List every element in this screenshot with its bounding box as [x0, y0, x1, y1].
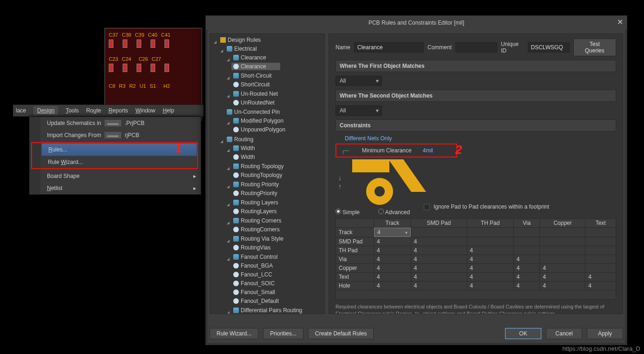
tree-layers-rule[interactable]: RoutingLayers	[231, 208, 278, 215]
grid-cell[interactable]: 4	[374, 273, 411, 282]
apply-button[interactable]: Apply	[587, 328, 623, 339]
grid-cell[interactable]: 4	[540, 264, 585, 273]
dialog-titlebar[interactable]: PCB Rules and Constraints Editor [mil] ✕	[206, 16, 627, 30]
grid-cell[interactable]	[513, 246, 539, 255]
tree-fanout-default[interactable]: Fanout_Default	[231, 297, 281, 305]
menu-rules[interactable]: Rules...	[41, 143, 197, 156]
grid-cell[interactable]: 4	[467, 255, 514, 264]
min-clearance-input[interactable]: 4mil	[423, 147, 433, 154]
tree-electrical[interactable]: Electrical	[218, 45, 259, 52]
tree-fanout-small[interactable]: Fanout_Small	[231, 288, 277, 296]
grid-cell[interactable]: 4	[411, 264, 467, 273]
grid-cell[interactable]: 4	[467, 246, 514, 255]
grid-cell[interactable]: 4	[513, 255, 539, 264]
menu-help[interactable]: Help	[163, 107, 174, 114]
grid-cell[interactable]: 4	[374, 237, 411, 246]
tree-layers-cat[interactable]: Routing Layers	[225, 199, 280, 206]
grid-cell[interactable]: 4	[374, 228, 411, 237]
grid-cell[interactable]: 4	[411, 246, 467, 255]
grid-cell[interactable]	[585, 264, 616, 273]
close-icon[interactable]: ✕	[617, 18, 623, 26]
grid-cell[interactable]: 4	[513, 282, 539, 290]
tree-clearance-cat[interactable]: Clearance	[225, 54, 268, 61]
grid-cell[interactable]: 4	[540, 282, 585, 290]
tree-via-rule[interactable]: RoutingVias	[231, 244, 273, 251]
comment-input[interactable]	[455, 42, 497, 52]
grid-cell[interactable]	[467, 228, 514, 237]
main-menubar[interactable]: lace Design Tools Route Reports Window H…	[13, 105, 204, 117]
tree-fanout-bga[interactable]: Fanout_BGA	[231, 262, 275, 269]
menu-import-changes[interactable]: Import Changes From ▬▬ rjPCB	[40, 129, 201, 141]
grid-cell[interactable]: 4	[411, 255, 467, 264]
tree-routing[interactable]: Routing	[218, 136, 255, 143]
menu-rule-wizard[interactable]: Rule Wizard...	[41, 156, 197, 168]
tree-topo-rule[interactable]: RoutingTopology	[231, 171, 284, 179]
grid-cell[interactable]: 4	[411, 273, 467, 282]
menu-netlist[interactable]: Netlist▸	[40, 182, 201, 194]
grid-cell[interactable]	[540, 237, 585, 246]
grid-cell[interactable]: 4	[374, 264, 411, 273]
grid-cell[interactable]: 4	[513, 273, 539, 282]
simple-radio[interactable]: Simple	[335, 209, 360, 216]
tree-prio-cat[interactable]: Routing Priority	[225, 181, 281, 188]
where-second-dropdown[interactable]: All	[335, 105, 382, 116]
grid-cell[interactable]: 4	[540, 273, 585, 282]
grid-cell[interactable]: 4	[467, 264, 514, 273]
menu-window[interactable]: Window	[135, 107, 155, 114]
menu-tools[interactable]: Tools	[66, 107, 79, 114]
where-first-dropdown[interactable]: All	[335, 76, 382, 86]
grid-cell[interactable]	[585, 246, 616, 255]
menu-update-schematics[interactable]: Update Schematics in ▬▬ .PrjPCB	[40, 117, 201, 129]
tree-width-rule[interactable]: Width	[231, 153, 257, 161]
advanced-radio[interactable]: Advanced	[378, 209, 410, 216]
tree-fanout-soic[interactable]: Fanout_SOIC	[231, 280, 276, 287]
tree-fanout-cat[interactable]: Fanout Control	[225, 253, 279, 261]
tree-root[interactable]: Design Rules	[212, 36, 263, 44]
ignore-pad-checkbox[interactable]	[424, 204, 430, 210]
grid-cell[interactable]: 4	[374, 255, 411, 264]
tree-corners-cat[interactable]: Routing Corners	[225, 217, 283, 224]
tree-width-cat[interactable]: Width	[225, 144, 257, 152]
grid-cell[interactable]	[467, 237, 514, 246]
tree-shortcircuit-cat[interactable]: Short-Circuit	[225, 72, 274, 79]
menu-reports[interactable]: Reports	[108, 107, 128, 114]
ok-button[interactable]: OK	[505, 328, 541, 339]
tree-fanout-lcc[interactable]: Fanout_LCC	[231, 271, 274, 278]
grid-cell[interactable]	[540, 255, 585, 264]
cancel-button[interactable]: Cancel	[546, 328, 582, 339]
grid-cell[interactable]	[513, 237, 539, 246]
grid-cell[interactable]: 4	[513, 264, 539, 273]
tree-corners-rule[interactable]: RoutingCorners	[231, 226, 282, 233]
menu-design[interactable]: Design	[37, 107, 54, 114]
different-nets-link[interactable]: Different Nets Only	[345, 135, 392, 142]
grid-cell[interactable]: 4	[467, 273, 514, 282]
create-default-rules-button[interactable]: Create Default Rules	[308, 328, 374, 339]
tree-unrouted-rule[interactable]: UnRoutedNet	[231, 99, 276, 106]
test-queries-button[interactable]: Test Queries	[573, 39, 616, 56]
tree-unrouted-cat[interactable]: Un-Routed Net	[225, 90, 280, 98]
rules-tree[interactable]: Design Rules Electrical Clearance Cleara…	[210, 33, 325, 314]
menu-place[interactable]: lace	[16, 107, 26, 114]
tree-diff-cat[interactable]: Differential Pairs Routing	[225, 307, 304, 314]
uniqueid-input[interactable]	[528, 42, 570, 52]
grid-cell[interactable]: 4	[411, 237, 467, 246]
grid-cell[interactable]: 4	[374, 246, 411, 255]
grid-cell[interactable]: 4	[585, 273, 616, 282]
grid-cell[interactable]: 4	[411, 282, 467, 290]
grid-cell[interactable]	[540, 246, 585, 255]
menu-board-shape[interactable]: Board Shape▸	[40, 170, 201, 182]
grid-cell[interactable]: 4	[585, 282, 616, 290]
grid-cell[interactable]	[585, 237, 616, 246]
grid-cell[interactable]	[585, 255, 616, 264]
priorities-button[interactable]: Priorities...	[263, 328, 303, 339]
grid-cell[interactable]: 4	[374, 282, 411, 290]
menu-route[interactable]: Route	[86, 107, 101, 114]
clearance-grid[interactable]: TrackSMD PadTH PadViaCopperText Track4SM…	[335, 218, 616, 290]
grid-cell[interactable]	[411, 228, 467, 237]
tree-clearance-rule[interactable]: Clearance	[231, 63, 280, 70]
tree-via-cat[interactable]: Routing Via Style	[225, 235, 285, 243]
grid-cell[interactable]	[513, 228, 539, 237]
rule-wizard-button[interactable]: Rule Wizard...	[210, 328, 258, 339]
tree-modpoly-cat[interactable]: Modified Polygon	[225, 117, 285, 125]
tree-modpoly-rule[interactable]: UnpouredPolygon	[231, 126, 287, 133]
